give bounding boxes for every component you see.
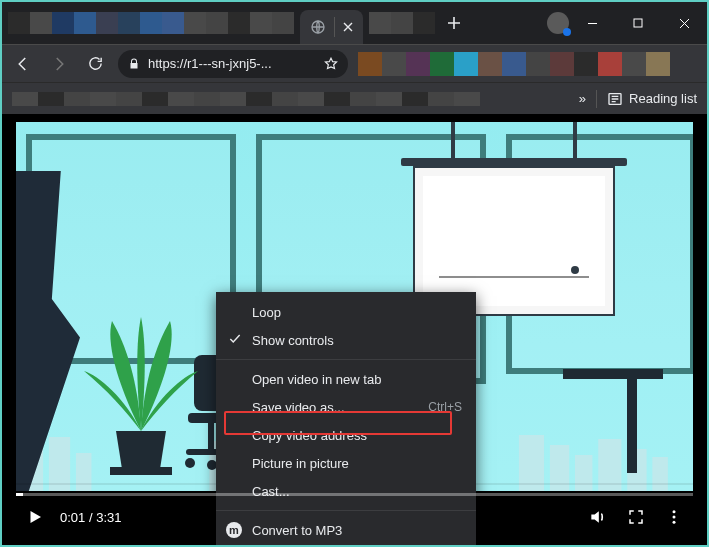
video-controls: 0:01 / 3:31 [16,493,693,537]
obscured-bookmarks [12,92,480,106]
ctx-copy-address[interactable]: Copy video address [216,421,476,449]
obscured-tabs [8,12,294,34]
volume-button[interactable] [585,504,611,530]
scene-desk [563,369,663,483]
svg-rect-16 [208,423,214,451]
video-time: 0:01 / 3:31 [60,510,121,525]
reload-button[interactable] [82,51,108,77]
svg-rect-21 [110,467,172,475]
svg-point-24 [673,521,676,524]
window-maximize-button[interactable] [615,7,661,39]
ctx-save-video-as[interactable]: Save video as...Ctrl+S [216,393,476,421]
video-progress-fill [16,493,23,496]
obscured-extensions [358,52,699,76]
active-tab[interactable] [300,10,363,44]
lock-icon [128,58,140,70]
address-bar[interactable]: https://r1---sn-jxnj5-... [118,50,348,78]
ctx-open-new-tab[interactable]: Open video in new tab [216,365,476,393]
tab-close-button[interactable] [343,22,353,32]
window-close-button[interactable] [661,7,707,39]
video-progress-track[interactable] [16,493,693,496]
ctx-show-controls[interactable]: Show controls [216,326,476,354]
svg-rect-1 [634,19,642,27]
new-tab-button[interactable] [441,10,467,36]
window-controls [569,7,707,39]
scene-plant [76,311,206,491]
check-icon [228,332,242,349]
svg-point-23 [673,516,676,519]
svg-point-22 [673,510,676,513]
video-viewport: Loop Show controls Open video in new tab… [2,114,707,547]
bookmarks-overflow-button[interactable]: » [579,91,586,106]
reading-list-icon [607,91,623,107]
play-button[interactable] [22,504,48,530]
ctx-loop[interactable]: Loop [216,298,476,326]
fullscreen-button[interactable] [623,504,649,530]
back-button[interactable] [10,51,36,77]
obscured-tabs-right [369,12,435,34]
reading-list-button[interactable]: Reading list [607,91,697,107]
reading-list-label: Reading list [629,91,697,106]
video-more-button[interactable] [661,504,687,530]
forward-button[interactable] [46,51,72,77]
tab-strip [2,2,569,44]
window-titlebar [2,2,707,44]
bookmark-star-icon[interactable] [324,57,338,71]
url-text: https://r1---sn-jxnj5-... [148,56,316,71]
toolbar: https://r1---sn-jxnj5-... [2,44,707,82]
profile-avatar[interactable] [547,12,569,34]
tab-divider [334,17,335,37]
divider [596,90,597,108]
bookmarks-bar: » Reading list [2,82,707,114]
ctx-picture-in-picture[interactable]: Picture in picture [216,449,476,477]
globe-icon [310,19,326,35]
window-minimize-button[interactable] [569,7,615,39]
ctx-separator [216,359,476,360]
